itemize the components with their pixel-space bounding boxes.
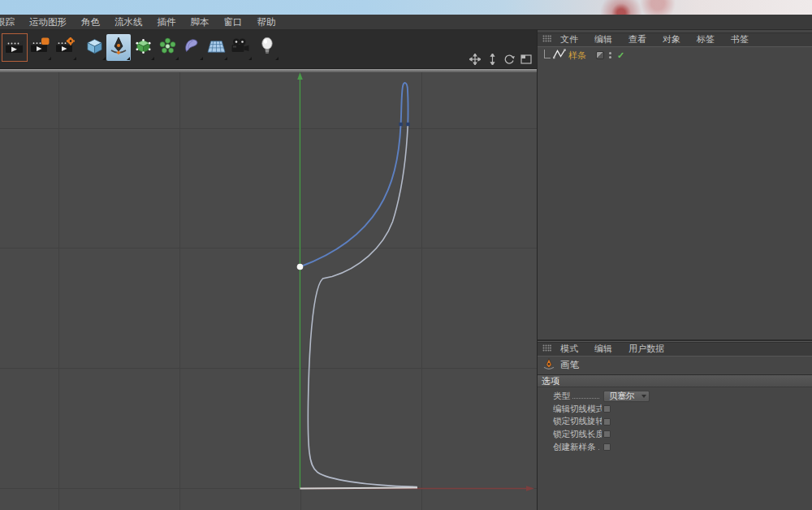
add-cube-button[interactable] bbox=[82, 34, 106, 61]
enabled-check-icon[interactable]: ✓ bbox=[617, 51, 624, 60]
object-manager-menubar: 文件 编辑 查看 对象 标签 书签 bbox=[538, 32, 812, 47]
desktop-wallpaper bbox=[0, 0, 812, 15]
attr-row-create-new-spline: 创建新样条 bbox=[538, 441, 812, 454]
om-menu-tags[interactable]: 标签 bbox=[689, 33, 722, 45]
object-row-spline[interactable]: 样条 ✓ bbox=[538, 48, 812, 63]
add-generator-button[interactable] bbox=[131, 34, 155, 61]
main-menubar: 跟踪 运动图形 角色 流水线 插件 脚本 窗口 帮助 bbox=[0, 15, 812, 30]
dropdown-corner bbox=[102, 57, 106, 60]
create-new-spline-checkbox[interactable] bbox=[603, 443, 611, 451]
attr-row-lock-tangent-rotation: 锁定切线旋转 bbox=[538, 415, 812, 428]
add-light-button[interactable] bbox=[255, 34, 279, 61]
panel-handle-icon[interactable] bbox=[542, 35, 551, 44]
edit-tangent-mode-checkbox[interactable] bbox=[603, 405, 611, 413]
object-name[interactable]: 样条 bbox=[568, 50, 586, 62]
am-menu-userdata[interactable]: 用户数据 bbox=[621, 343, 672, 355]
lock-tangent-rotation-checkbox[interactable] bbox=[603, 418, 611, 426]
lock-tangent-length-checkbox[interactable] bbox=[603, 430, 611, 438]
spline-point-selected[interactable] bbox=[297, 264, 304, 270]
spline-object-icon bbox=[553, 48, 566, 63]
viewport-canvas[interactable] bbox=[0, 72, 537, 510]
dropdown-corner bbox=[73, 57, 76, 60]
viewport-pan-icon[interactable] bbox=[469, 53, 482, 66]
menu-pipeline[interactable]: 流水线 bbox=[107, 16, 150, 28]
chevron-down-icon bbox=[641, 395, 646, 398]
om-menu-object[interactable]: 对象 bbox=[655, 33, 688, 45]
spline-segment-base[interactable] bbox=[300, 488, 418, 489]
dotted-leader bbox=[598, 449, 600, 450]
main-toolbar bbox=[0, 30, 537, 68]
am-menu-mode[interactable]: 模式 bbox=[553, 343, 585, 355]
tree-elbow bbox=[544, 50, 551, 58]
green-cube-icon bbox=[134, 37, 153, 58]
layer-chip-icon[interactable] bbox=[596, 51, 604, 59]
menu-window[interactable]: 窗口 bbox=[217, 16, 250, 28]
add-deformer-button[interactable] bbox=[155, 34, 179, 61]
light-bulb-icon bbox=[259, 37, 275, 58]
dropdown-corner bbox=[127, 57, 130, 60]
left-workspace bbox=[0, 30, 537, 510]
attribute-rows: 类型 贝塞尔 编辑切线模式 锁定切线旋转 锁定切线长度 创建新样条 bbox=[538, 390, 812, 453]
menu-plugins[interactable]: 插件 bbox=[150, 16, 184, 28]
menu-character[interactable]: 角色 bbox=[74, 16, 107, 28]
om-menu-file[interactable]: 文件 bbox=[553, 33, 585, 45]
edit-tangent-mode-label: 编辑切线模式 bbox=[553, 404, 602, 415]
type-dropdown[interactable]: 贝塞尔 bbox=[603, 391, 650, 402]
pen-icon bbox=[109, 37, 128, 59]
attr-row-edit-tangent-mode: 编辑切线模式 bbox=[538, 403, 812, 416]
active-tool-row: 画笔 bbox=[538, 357, 812, 373]
c4d-window: { "menubar": { "items": ["跟踪", "运动图形", "… bbox=[0, 0, 812, 510]
attribute-manager-menubar: 模式 编辑 用户数据 bbox=[538, 342, 812, 357]
menu-mograph[interactable]: 运动图形 bbox=[22, 16, 74, 28]
viewport-zoom-icon[interactable] bbox=[486, 53, 499, 66]
active-tool-label: 画笔 bbox=[560, 359, 579, 371]
purple-bend-icon bbox=[183, 37, 201, 58]
clapperboard-icon bbox=[5, 38, 24, 58]
render-view-button[interactable] bbox=[2, 34, 27, 61]
om-menu-edit[interactable]: 编辑 bbox=[587, 33, 620, 45]
spline-pen-button[interactable] bbox=[106, 34, 131, 61]
spline-point-rim-right[interactable] bbox=[406, 123, 409, 126]
dropdown-corner bbox=[224, 57, 227, 60]
options-section-header[interactable]: 选项 bbox=[538, 374, 812, 387]
create-new-spline-label: 创建新样条 bbox=[553, 442, 596, 453]
attr-row-lock-tangent-length: 锁定切线长度 bbox=[538, 428, 812, 441]
viewport-rotate-icon[interactable] bbox=[503, 53, 516, 66]
cube-icon bbox=[85, 37, 104, 58]
floor-grid-icon bbox=[206, 37, 227, 58]
pen-tool-icon bbox=[542, 358, 555, 373]
type-dropdown-value: 贝塞尔 bbox=[609, 391, 641, 402]
viewport-toggle-icon[interactable] bbox=[520, 53, 533, 66]
render-to-picture-viewer-button[interactable] bbox=[28, 34, 52, 61]
add-camera-button[interactable] bbox=[228, 34, 253, 61]
lock-tangent-rotation-label: 锁定切线旋转 bbox=[553, 416, 602, 427]
menu-script[interactable]: 脚本 bbox=[184, 16, 217, 28]
deformer-flower-icon bbox=[158, 37, 177, 58]
render-settings-button[interactable] bbox=[53, 34, 77, 61]
am-menu-edit[interactable]: 编辑 bbox=[587, 343, 620, 355]
menu-track[interactable]: 跟踪 bbox=[0, 16, 22, 28]
attr-row-type: 类型 贝塞尔 bbox=[538, 390, 812, 403]
om-menu-bookmarks[interactable]: 书签 bbox=[723, 33, 756, 45]
panel-handle-icon[interactable] bbox=[542, 344, 551, 353]
camera-icon bbox=[230, 37, 251, 58]
dropdown-corner bbox=[175, 57, 179, 60]
add-floor-button[interactable] bbox=[204, 34, 228, 61]
clapperboard-gear-icon bbox=[55, 37, 76, 58]
dropdown-corner bbox=[151, 57, 154, 60]
dropdown-corner bbox=[248, 57, 252, 60]
y-axis bbox=[297, 72, 303, 489]
spline-segment-selected[interactable] bbox=[300, 83, 408, 266]
viewport-controls bbox=[469, 53, 533, 66]
visibility-dots-icon[interactable] bbox=[609, 52, 611, 58]
spline-segment-outer[interactable] bbox=[308, 124, 417, 487]
dropdown-corner bbox=[200, 57, 203, 60]
om-menu-view[interactable]: 查看 bbox=[621, 33, 654, 45]
spline-point-rim-left[interactable] bbox=[399, 123, 402, 126]
dropdown-corner bbox=[48, 57, 51, 60]
add-spline-deformer-button[interactable] bbox=[179, 34, 204, 61]
type-label: 类型 bbox=[553, 391, 570, 402]
viewport-scene bbox=[0, 72, 537, 510]
dotted-leader bbox=[572, 398, 599, 399]
menu-help[interactable]: 帮助 bbox=[250, 16, 283, 28]
